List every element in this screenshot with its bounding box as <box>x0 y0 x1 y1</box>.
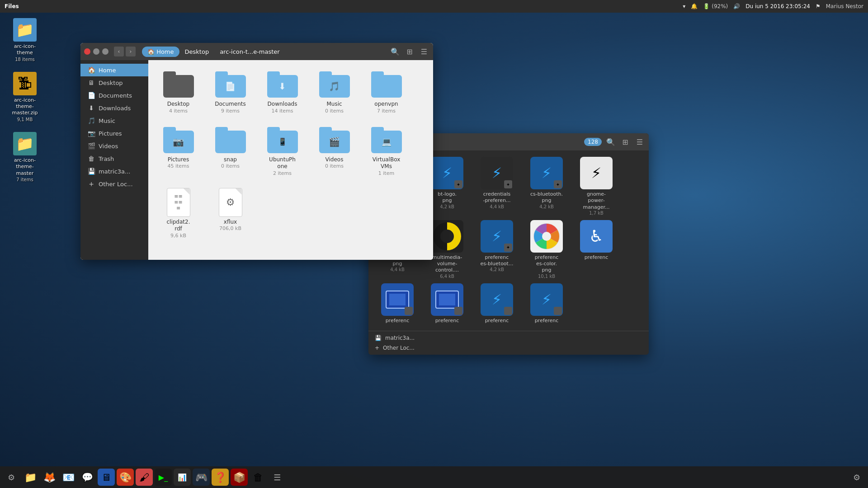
fm2-bottom-matric3a[interactable]: 💾 matric3a... <box>368 333 649 343</box>
bt-logo-icon: ⚡ ✦ <box>431 157 463 189</box>
fm-forward-button[interactable]: › <box>126 47 136 56</box>
fm2-other-icon: + <box>375 345 379 351</box>
sidebar-item-other-locations[interactable]: + Other Loc... <box>80 178 148 190</box>
fm-item-music[interactable]: 🎵 Music 0 items <box>311 66 358 117</box>
prefs-color-label: preferences-color.png <box>535 254 559 274</box>
fm-search-icon[interactable]: 🔍 <box>390 46 401 57</box>
fm2-item-cs-bluetooth[interactable]: ⚡ ✦ cs-bluetooth.png 4,2 kB <box>524 157 569 216</box>
fm-item-documents[interactable]: 📄 Documents 9 items <box>207 66 254 117</box>
tb-settings2[interactable]: ☰ <box>269 469 286 486</box>
fm-item-virtualbox[interactable]: 💻 VirtualBoxVMs 1 item <box>363 122 410 180</box>
fm-maximize-button[interactable] <box>102 48 108 55</box>
fm-body: 🏠 Home 🖥 Desktop 📄 Documents ⬇ Downloads… <box>80 60 433 260</box>
file-manager-main: ‹ › 🏠 Home Desktop arc-icon-t...e-master… <box>80 43 433 260</box>
tb-steam[interactable]: 🎮 <box>193 469 210 486</box>
fm2-bottom-other[interactable]: + Other Loc... <box>368 343 649 353</box>
fm-content: Desktop 4 items 📄 Documents 9 items <box>148 60 433 260</box>
sidebar-item-music[interactable]: 🎵 Music <box>80 114 148 127</box>
tb-terminal[interactable]: ▶_ <box>155 469 172 486</box>
fm-breadcrumb: 🏠 Home Desktop arc-icon-t...e-master <box>142 47 285 57</box>
accessibility-icon: ♿ <box>580 220 613 253</box>
sidebar-item-desktop[interactable]: 🖥 Desktop <box>80 76 148 89</box>
fm-item-videos[interactable]: 🎬 Videos 0 items <box>311 122 358 180</box>
videos-folder-label: Videos <box>326 156 344 164</box>
tb-help[interactable]: ❓ <box>212 469 229 486</box>
fm2-item-prefs-last[interactable]: ⚡ preferenc <box>524 283 569 324</box>
sidebar-item-trash[interactable]: 🗑 Trash <box>80 152 148 165</box>
sidebar-item-pictures[interactable]: 📷 Pictures <box>80 127 148 140</box>
desktop-folder-label: Desktop <box>167 101 190 108</box>
fm-back-button[interactable]: ‹ <box>114 47 124 56</box>
fm-item-desktop[interactable]: Desktop 4 items <box>155 66 202 117</box>
tb-files[interactable]: 📁 <box>22 469 39 486</box>
tb-settings[interactable]: ⚙ <box>3 469 20 486</box>
cs-bluetooth-sub: 4,2 kB <box>539 204 554 209</box>
gnome-power-label: gnome-power-manager... <box>583 191 610 211</box>
fm2-item-prefs-bluetooth[interactable]: ⚡ ✦ preferences-bluetoot... 4,2 kB <box>474 220 519 279</box>
fm-item-clipdat2[interactable]: ≡≡≡≡≡ clipdat2.rdf 9,6 kB <box>155 184 202 242</box>
fm2-item-display[interactable]: preferenc <box>375 283 420 324</box>
sidebar-item-videos[interactable]: 🎬 Videos <box>80 140 148 152</box>
tb-pidgin[interactable]: 💬 <box>79 469 96 486</box>
fm2-grid-icon[interactable]: ⊞ <box>620 136 631 147</box>
fm-minimize-button[interactable] <box>93 48 99 55</box>
fm2-item-accessibility[interactable]: ♿ preferenc <box>574 220 619 279</box>
fm2-item-prefs-color[interactable]: preferences-color.png 10,1 kB <box>524 220 569 279</box>
sidebar-item-documents[interactable]: 📄 Documents <box>80 89 148 102</box>
desktop-icon-arc-master[interactable]: 📁 arc-icon-theme-master7 items <box>5 132 45 183</box>
xflux-file-icon: ⚙ <box>214 188 247 217</box>
fm-item-xflux[interactable]: ⚙ xflux 706,0 kB <box>207 184 254 242</box>
fm-item-ubuntuphone[interactable]: 📱 UbuntuPhone 2 items <box>259 122 306 180</box>
music-folder-icon: 🎵 <box>318 70 351 99</box>
desktop-icon-sb: 🖥 <box>88 79 95 86</box>
fm2-item-screen[interactable]: preferenc <box>425 283 470 324</box>
fm-menu-icon[interactable]: ☰ <box>419 46 429 57</box>
tb-gimp[interactable]: 🎨 <box>117 469 134 486</box>
fm-close-button[interactable] <box>84 48 90 55</box>
openvpn-folder-sub: 7 items <box>377 108 396 114</box>
bluetooth2-icon: ⚡ <box>481 283 513 316</box>
sidebar-item-home[interactable]: 🏠 Home <box>80 64 148 76</box>
arc-master-icon: 📁 <box>13 132 37 155</box>
fm2-item-credentials[interactable]: ⚡ ✦ credentials-preferen... 4,4 kB <box>474 157 519 216</box>
fm-grid-icon[interactable]: ⊞ <box>404 46 415 57</box>
arc-zip-label: arc-icon-theme-master.zip9,1 MB <box>12 97 38 123</box>
desktop-icon-arc-theme[interactable]: 📁 arc-icon-theme18 items <box>5 18 45 63</box>
fm-nav-buttons: ‹ › <box>114 47 136 56</box>
downloads-folder-label: Downloads <box>268 101 297 108</box>
bt-logo-label: bt-logo.png <box>438 191 457 204</box>
tb-trash[interactable]: 🗑 <box>250 469 267 486</box>
fm2-menu-icon[interactable]: ☰ <box>634 136 645 147</box>
desktop-icons: 📁 arc-icon-theme18 items 🗜 arc-icon-them… <box>5 18 45 183</box>
fm-item-openvpn[interactable]: openvpn 7 items <box>363 66 410 117</box>
snap-folder-label: snap <box>224 156 237 164</box>
sidebar-home-label: Home <box>99 67 116 74</box>
tb-thunderbird[interactable]: 📧 <box>60 469 77 486</box>
fm-bc-home[interactable]: 🏠 Home <box>142 47 179 57</box>
indicator-user: ⚑ <box>816 3 821 9</box>
fm-item-snap[interactable]: snap 0 items <box>207 122 254 180</box>
fm2-item-gnome-power[interactable]: ⚡ gnome-power-manager... 1,7 kB <box>574 157 619 216</box>
fm-bc-desktop[interactable]: Desktop <box>179 47 215 57</box>
fm2-search-icon[interactable]: 🔍 <box>605 136 616 147</box>
virtualbox-folder-label: VirtualBoxVMs <box>373 156 401 170</box>
indicator-down: ▾ <box>683 3 685 9</box>
tb-remmina[interactable]: 🖥 <box>98 469 115 486</box>
username: Marius Nestor <box>826 3 863 9</box>
tb-firefox[interactable]: 🦊 <box>41 469 58 486</box>
tb-kolourpaint[interactable]: 🖌 <box>136 469 153 486</box>
fm-item-pictures[interactable]: 📷 Pictures 45 items <box>155 122 202 180</box>
fm-item-downloads[interactable]: ⬇ Downloads 14 items <box>259 66 306 117</box>
tb-htop[interactable]: 📊 <box>174 469 191 486</box>
desktop-icon-arc-zip[interactable]: 🗜 arc-icon-theme-master.zip9,1 MB <box>5 72 45 123</box>
accessibility-label: preferenc <box>585 254 609 261</box>
tb-gdebi[interactable]: 📦 <box>231 469 248 486</box>
sidebar-item-downloads[interactable]: ⬇ Downloads <box>80 102 148 114</box>
openvpn-folder-label: openvpn <box>374 101 398 108</box>
fm-bc-arc[interactable]: arc-icon-t...e-master <box>214 47 285 57</box>
tb-system-settings[interactable]: ⚙ <box>848 469 865 486</box>
pictures-icon: 📷 <box>88 130 95 137</box>
sidebar-matric3a-label: matric3a... <box>99 168 130 175</box>
sidebar-item-matric3a[interactable]: 💾 matric3a... <box>80 165 148 178</box>
fm2-item-bluetooth2[interactable]: ⚡ preferenc <box>474 283 519 324</box>
